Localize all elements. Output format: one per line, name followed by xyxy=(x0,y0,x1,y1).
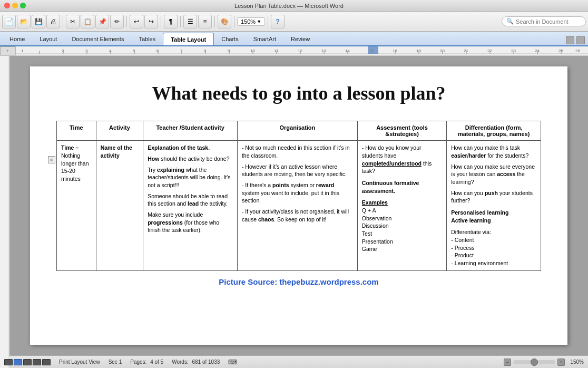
tab-smartart[interactable]: SmartArt xyxy=(246,33,283,45)
status-pages: Pages: 4 of 5 xyxy=(130,359,163,365)
list-btn[interactable]: ☰ xyxy=(183,15,197,28)
search-container[interactable]: 🔍 xyxy=(502,16,586,26)
toolbar-sep-7 xyxy=(268,16,268,27)
title-bar: Lesson Plan Table.docx — Microsoft Word xyxy=(0,0,588,12)
ribbon: Home Layout Document Elements Tables Tab… xyxy=(0,32,588,46)
toolbar-sep-4 xyxy=(180,16,181,27)
status-words: Words: 681 of 1033 xyxy=(172,359,220,365)
zoom-control[interactable]: 150% ▼ xyxy=(237,17,265,26)
tab-layout[interactable]: Layout xyxy=(32,33,64,45)
help-btn[interactable]: ? xyxy=(271,15,285,28)
ruler-marks: 1 2 3 4 5 6 7 8 9 10 11 12 13 1 xyxy=(16,46,588,55)
zoom-slider-thumb[interactable] xyxy=(531,359,538,366)
time-label: Time – xyxy=(61,144,79,151)
zoom-in-btn[interactable]: + xyxy=(557,359,565,366)
toolbar: 📄 📂 💾 🖨 ✂ 📋 📌 ✏ ↩ ↪ ¶ ☰ ≡ 🎨 150% ▼ ? 🔍 xyxy=(0,12,588,32)
status-right: − + 150% xyxy=(504,359,584,366)
table-row: Time – Nothing longer than 15-20 minutes… xyxy=(57,141,541,271)
diff-bold-push: push xyxy=(485,190,498,196)
view-btn-4[interactable] xyxy=(33,359,41,365)
zoom-out-btn[interactable]: − xyxy=(504,359,511,366)
window-title: Lesson Plan Table.docx — Microsoft Word xyxy=(234,3,344,9)
header-teacher: Teacher /Student activity xyxy=(143,121,238,141)
zoom-dropdown-icon[interactable]: ▼ xyxy=(257,19,261,24)
svg-text:1: 1 xyxy=(21,49,24,53)
svg-text:26: 26 xyxy=(575,49,580,53)
assess-examples-header: Examples xyxy=(362,199,388,206)
teacher-p5-bold-prog: progressions xyxy=(148,219,183,226)
status-icon: ⌨ xyxy=(228,359,237,366)
org-bold-points: points xyxy=(272,182,289,188)
horizontal-ruler: + 1 2 3 4 5 6 7 8 9 10 11 xyxy=(0,46,588,56)
search-icon: 🔍 xyxy=(506,18,514,25)
toolbar-sep-3 xyxy=(161,16,161,27)
print-btn[interactable]: 🖨 xyxy=(46,15,60,28)
teacher-p3-bold-explain: explaining xyxy=(157,167,184,173)
tab-home[interactable]: Home xyxy=(2,33,32,45)
cell-teacher: Explanation of the task. How should the … xyxy=(143,141,238,271)
time-desc: Nothing longer than 15-20 minutes xyxy=(61,152,89,182)
maximize-btn[interactable] xyxy=(20,3,26,8)
org-bold-reward: reward xyxy=(316,182,334,188)
open-btn[interactable]: 📂 xyxy=(17,15,31,28)
assess-bold-continuous: Continuous formative assessment. xyxy=(362,180,419,194)
vertical-ruler xyxy=(0,56,9,355)
list2-btn[interactable]: ≡ xyxy=(198,15,212,28)
header-assessment: Assessment (tools &strategies) xyxy=(357,121,446,141)
toolbar-sep-1 xyxy=(63,16,63,27)
status-section: Sec 1 xyxy=(109,359,122,365)
status-view-label: Print Layout View xyxy=(59,359,100,365)
save-btn[interactable]: 💾 xyxy=(32,15,45,28)
ruler-corner[interactable]: + xyxy=(0,46,15,55)
header-differentiation: Differentiation (form, materials, groups… xyxy=(447,121,541,141)
document-page: ⊕ What needs to go into a lesson plan? T… xyxy=(30,66,567,345)
zoom-value: 150% xyxy=(241,18,256,25)
pilcrow-btn[interactable]: ¶ xyxy=(164,15,178,28)
header-time: Time xyxy=(57,121,96,141)
toolbar-sep-5 xyxy=(214,16,215,27)
org-bold-chaos: chaos xyxy=(258,216,274,222)
ribbon-collapse-btn[interactable] xyxy=(566,36,574,44)
view-btn-3[interactable] xyxy=(23,359,32,365)
redo-btn[interactable]: ↪ xyxy=(144,15,158,28)
tab-review[interactable]: Review xyxy=(283,33,317,45)
tab-table-layout[interactable]: Table Layout xyxy=(163,33,214,45)
search-input[interactable] xyxy=(516,18,579,25)
toolbar-sep-6 xyxy=(234,16,234,27)
cell-activity: Name of the activity xyxy=(96,141,143,271)
cell-differentiation: How can you make this task easier/harder… xyxy=(447,141,541,271)
svg-rect-49 xyxy=(0,56,9,368)
paint-btn[interactable]: 🎨 xyxy=(218,15,231,28)
cut-btn[interactable]: ✂ xyxy=(66,15,80,28)
diff-bold-personalised: Personalised learning xyxy=(451,209,508,216)
paste-btn[interactable]: 📌 xyxy=(95,15,109,28)
document-scroll[interactable]: ⊕ What needs to go into a lesson plan? T… xyxy=(9,56,588,355)
diff-bold-easierharder: easier/harder xyxy=(451,152,486,159)
ribbon-settings-btn[interactable] xyxy=(576,36,585,44)
view-btn-1[interactable] xyxy=(4,359,13,365)
minimize-btn[interactable] xyxy=(12,3,18,8)
cell-assessment: - How do you know your students have com… xyxy=(357,141,446,271)
format-btn[interactable]: ✏ xyxy=(110,15,124,28)
assess-bold-completed: completed/understood xyxy=(362,160,422,167)
cell-time: Time – Nothing longer than 15-20 minutes xyxy=(57,141,96,271)
copy-btn[interactable]: 📋 xyxy=(81,15,94,28)
teacher-p2-bold-how: How xyxy=(148,156,159,162)
lesson-plan-table: Time Activity Teacher /Student activity … xyxy=(56,121,541,271)
activity-text: Name of the activity xyxy=(101,144,132,159)
tab-tables[interactable]: Tables xyxy=(131,33,163,45)
status-bar: Print Layout View Sec 1 Pages: 4 of 5 Wo… xyxy=(0,355,588,368)
zoom-slider[interactable] xyxy=(513,360,555,364)
header-organisation: Organisation xyxy=(237,121,357,141)
document-title: What needs to go into a lesson plan? xyxy=(56,82,541,105)
header-activity: Activity xyxy=(96,121,143,141)
new-doc-btn[interactable]: 📄 xyxy=(2,15,16,28)
teacher-p1-bold: Explanation of the task. xyxy=(148,144,210,151)
tab-document-elements[interactable]: Document Elements xyxy=(64,33,131,45)
table-move-handle[interactable]: ⊕ xyxy=(48,156,55,163)
view-btn-print[interactable] xyxy=(14,359,22,365)
view-btn-5[interactable] xyxy=(42,359,51,365)
tab-charts[interactable]: Charts xyxy=(214,33,246,45)
close-btn[interactable] xyxy=(4,3,10,8)
undo-btn[interactable]: ↩ xyxy=(130,15,143,28)
